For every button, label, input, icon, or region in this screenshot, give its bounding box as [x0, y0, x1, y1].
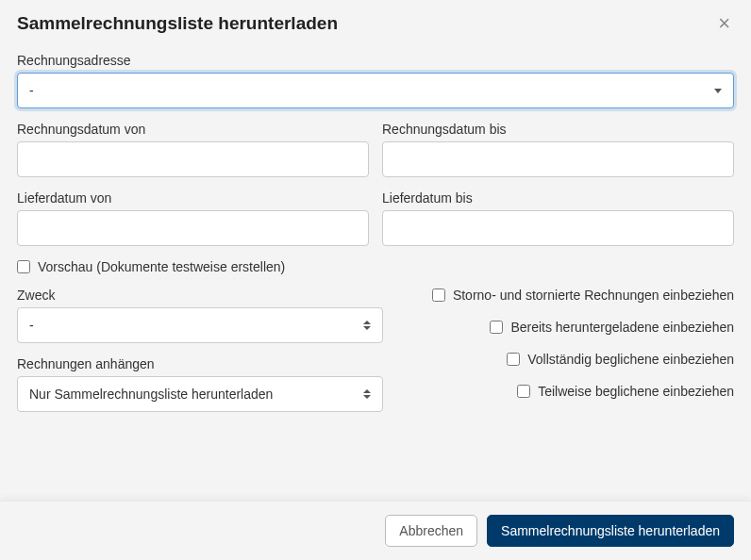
- billing-address-value: -: [29, 83, 34, 98]
- modal-body: Rechnungsadresse - Rechnungsdatum von Re…: [0, 47, 751, 501]
- purpose-value: -: [29, 318, 34, 333]
- include-cancelled-label[interactable]: Storno- und stornierte Rechnungen einbez…: [453, 288, 734, 303]
- delivery-date-to-input[interactable]: [382, 210, 734, 246]
- preview-label[interactable]: Vorschau (Dokumente testweise erstellen): [38, 259, 285, 274]
- delivery-date-from-input[interactable]: [17, 210, 369, 246]
- include-cancelled-checkbox[interactable]: [432, 288, 445, 302]
- preview-checkbox[interactable]: [17, 260, 30, 273]
- include-downloaded-label[interactable]: Bereits heruntergeladene einbeziehen: [510, 320, 734, 335]
- invoice-date-to-input[interactable]: [382, 141, 734, 177]
- include-fully-paid-checkbox[interactable]: [507, 353, 520, 366]
- billing-address-label: Rechnungsadresse: [17, 53, 734, 68]
- billing-address-select[interactable]: -: [17, 73, 734, 108]
- updown-icon: [363, 389, 371, 399]
- attach-invoices-select[interactable]: Nur Sammelrechnungsliste herunterladen: [17, 376, 383, 412]
- close-button[interactable]: ×: [714, 13, 734, 34]
- modal-footer: Abbrechen Sammelrechnungsliste herunterl…: [0, 501, 751, 560]
- invoice-date-from-label: Rechnungsdatum von: [17, 122, 369, 137]
- cancel-button[interactable]: Abbrechen: [385, 515, 477, 547]
- attach-invoices-value: Nur Sammelrechnungsliste herunterladen: [29, 387, 273, 402]
- purpose-label: Zweck: [17, 288, 383, 303]
- updown-icon: [363, 321, 371, 330]
- caret-down-icon: [714, 89, 722, 93]
- invoice-date-to-label: Rechnungsdatum bis: [382, 122, 734, 137]
- delivery-date-to-label: Lieferdatum bis: [382, 190, 734, 206]
- attach-invoices-label: Rechnungen anhängen: [17, 356, 383, 371]
- close-icon: ×: [718, 11, 730, 35]
- modal-title: Sammelrechnungsliste herunterladen: [17, 13, 338, 34]
- submit-button[interactable]: Sammelrechnungsliste herunterladen: [487, 515, 734, 547]
- include-partially-paid-label[interactable]: Teilweise beglichene einbeziehen: [538, 384, 734, 399]
- modal-header: Sammelrechnungsliste herunterladen ×: [0, 0, 751, 47]
- include-fully-paid-label[interactable]: Vollständig beglichene einbeziehen: [527, 352, 734, 367]
- purpose-select[interactable]: -: [17, 307, 383, 343]
- delivery-date-from-label: Lieferdatum von: [17, 190, 369, 206]
- include-partially-paid-checkbox[interactable]: [517, 385, 530, 398]
- download-invoice-list-modal: Sammelrechnungsliste herunterladen × Rec…: [0, 0, 751, 560]
- invoice-date-from-input[interactable]: [17, 141, 369, 177]
- include-downloaded-checkbox[interactable]: [490, 321, 503, 334]
